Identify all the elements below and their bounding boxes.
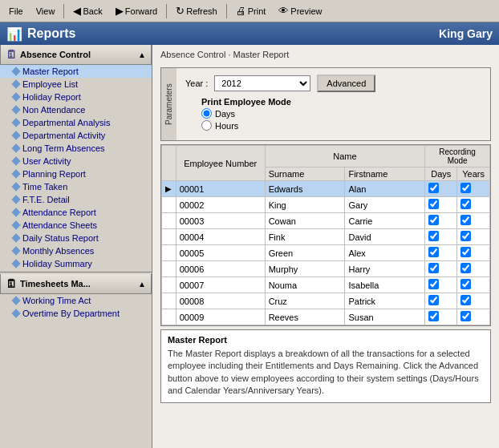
- years-checkbox[interactable]: [460, 199, 471, 209]
- surname-cell: Reeves: [265, 309, 345, 325]
- table-row[interactable]: 00009ReevesSusan: [162, 309, 490, 325]
- sidebar-item-departmental-analysis[interactable]: Departmental Analysis: [0, 116, 152, 129]
- days-checkbox[interactable]: [428, 247, 439, 257]
- diamond-icon: [11, 246, 20, 255]
- toolbar-separator-1: [63, 4, 64, 18]
- years-checkbox-cell[interactable]: [457, 293, 490, 309]
- years-checkbox-cell[interactable]: [457, 213, 490, 229]
- sidebar-item-planning-report[interactable]: Planning Report: [0, 167, 152, 180]
- diamond-icon: [11, 92, 20, 101]
- sidebar-item-label: User Activity: [22, 156, 71, 166]
- sidebar-item-overtime-by-department[interactable]: Overtime By Department: [0, 307, 152, 320]
- days-checkbox[interactable]: [428, 311, 439, 321]
- sidebar-item-working-time-act[interactable]: Working Time Act: [0, 294, 152, 307]
- years-checkbox[interactable]: [460, 183, 471, 193]
- employee-number-cell: 00001: [176, 181, 265, 197]
- days-checkbox[interactable]: [428, 183, 439, 193]
- sidebar-item-master-report[interactable]: Master Report: [0, 65, 152, 78]
- table-row[interactable]: ▶00001EdwardsAlan: [162, 181, 490, 197]
- years-checkbox-cell[interactable]: [457, 261, 490, 277]
- surname-cell: Murphy: [265, 261, 345, 277]
- days-checkbox-cell[interactable]: [425, 261, 457, 277]
- years-checkbox[interactable]: [460, 263, 471, 273]
- surname-cell: Cowan: [265, 213, 345, 229]
- sidebar-item-non-attendance[interactable]: Non Attendance: [0, 103, 152, 116]
- days-checkbox[interactable]: [428, 231, 439, 241]
- days-checkbox-cell[interactable]: [425, 293, 457, 309]
- years-checkbox[interactable]: [460, 247, 471, 257]
- sidebar-item-user-activity[interactable]: User Activity: [0, 155, 152, 167]
- days-checkbox[interactable]: [428, 295, 439, 305]
- years-checkbox[interactable]: [460, 215, 471, 225]
- table-row[interactable]: 00005GreenAlex: [162, 245, 490, 261]
- file-label: File: [9, 6, 23, 16]
- print-button[interactable]: 🖨 Print: [230, 2, 272, 20]
- table-row[interactable]: 00003CowanCarrie: [162, 213, 490, 229]
- days-checkbox[interactable]: [428, 215, 439, 225]
- absence-control-icon: 🗓: [6, 48, 17, 61]
- table-row[interactable]: 00008CruzPatrick: [162, 293, 490, 309]
- years-checkbox[interactable]: [460, 295, 471, 305]
- days-checkbox-cell[interactable]: [425, 213, 457, 229]
- sidebar-item-fte-detail[interactable]: F.T.E. Detail: [0, 193, 152, 206]
- sidebar-item-time-taken[interactable]: Time Taken: [0, 180, 152, 193]
- forward-button[interactable]: ▶ Forward: [110, 2, 163, 20]
- sidebar-item-holiday-report[interactable]: Holiday Report: [0, 91, 152, 103]
- back-button[interactable]: ◀ Back: [67, 2, 108, 20]
- radio-days-input[interactable]: [201, 108, 212, 119]
- sidebar-item-holiday-summary[interactable]: Holiday Summary: [0, 257, 152, 270]
- days-checkbox[interactable]: [428, 199, 439, 209]
- years-checkbox[interactable]: [460, 231, 471, 241]
- sidebar-item-attendance-sheets[interactable]: Attendance Sheets: [0, 219, 152, 232]
- file-menu-button[interactable]: File: [3, 2, 29, 20]
- days-checkbox[interactable]: [428, 279, 439, 289]
- parameters-vertical-label: Parameters: [160, 68, 176, 140]
- sidebar-section-absence-control[interactable]: 🗓 Absence Control ▲: [0, 45, 152, 65]
- sidebar-item-attendance-report[interactable]: Attendance Report: [0, 206, 152, 219]
- years-checkbox-cell[interactable]: [457, 245, 490, 261]
- sidebar-item-monthly-absences[interactable]: Monthly Absences: [0, 244, 152, 257]
- view-menu-button[interactable]: View: [30, 2, 61, 20]
- preview-button[interactable]: 👁 Preview: [273, 2, 327, 20]
- days-checkbox[interactable]: [428, 263, 439, 273]
- header-left: 📊 Reports: [6, 26, 75, 42]
- sidebar-item-departmental-activity[interactable]: Departmental Activity: [0, 129, 152, 142]
- firstname-cell: Carrie: [345, 213, 425, 229]
- sidebar-item-long-term-absences[interactable]: Long Term Absences: [0, 142, 152, 155]
- sidebar-item-daily-status-report[interactable]: Daily Status Report: [0, 232, 152, 244]
- days-checkbox-cell[interactable]: [425, 181, 457, 197]
- days-checkbox-cell[interactable]: [425, 277, 457, 293]
- table-row[interactable]: 00006MurphyHarry: [162, 261, 490, 277]
- refresh-button[interactable]: ↻ Refresh: [170, 2, 223, 20]
- diamond-icon: [11, 79, 20, 88]
- radio-hours-label[interactable]: Hours: [215, 121, 238, 131]
- diamond-icon: [11, 195, 20, 204]
- radio-hours-input[interactable]: [201, 120, 212, 131]
- years-checkbox[interactable]: [460, 311, 471, 321]
- years-checkbox-cell[interactable]: [457, 229, 490, 245]
- table-row[interactable]: 00007NoumaIsabella: [162, 277, 490, 293]
- years-checkbox-cell[interactable]: [457, 197, 490, 213]
- years-checkbox-cell[interactable]: [457, 277, 490, 293]
- sidebar-section-timesheets[interactable]: 🗓 Timesheets Ma... ▲: [0, 274, 152, 294]
- days-checkbox-cell[interactable]: [425, 197, 457, 213]
- year-select[interactable]: 2012: [214, 75, 310, 91]
- diamond-icon: [11, 156, 20, 165]
- radio-days-label[interactable]: Days: [215, 109, 235, 119]
- sidebar-item-employee-list[interactable]: Employee List: [0, 78, 152, 91]
- table-row[interactable]: 00002KingGary: [162, 197, 490, 213]
- years-checkbox-cell[interactable]: [457, 309, 490, 325]
- table-row[interactable]: 00004FinkDavid: [162, 229, 490, 245]
- sidebar-item-label: F.T.E. Detail: [22, 195, 70, 204]
- sidebar-item-label: Non Attendance: [22, 105, 85, 115]
- col-recording-mode-header: Recording Mode: [425, 146, 490, 167]
- content-area: Absence Control · Master Report Paramete…: [152, 45, 499, 448]
- years-checkbox[interactable]: [460, 279, 471, 289]
- days-checkbox-cell[interactable]: [425, 229, 457, 245]
- days-checkbox-cell[interactable]: [425, 309, 457, 325]
- firstname-cell: Alan: [345, 181, 425, 197]
- advanced-button[interactable]: Advanced: [317, 75, 375, 92]
- print-mode-label: Print Employee Mode: [201, 97, 482, 107]
- days-checkbox-cell[interactable]: [425, 245, 457, 261]
- years-checkbox-cell[interactable]: [457, 181, 490, 197]
